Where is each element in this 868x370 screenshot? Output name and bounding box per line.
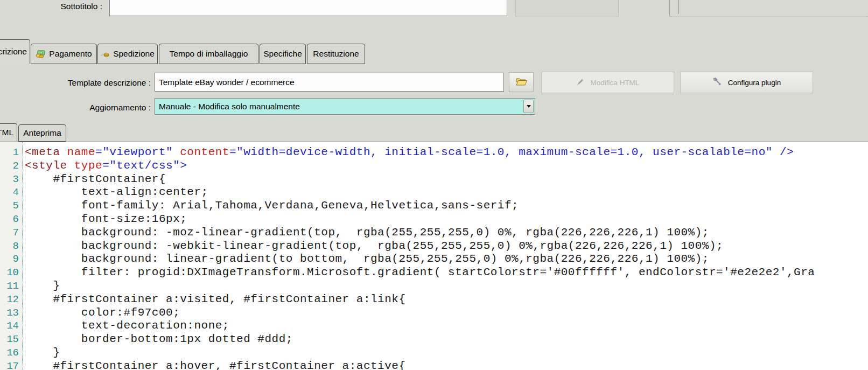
button-label: Modifica HTML <box>591 79 640 87</box>
subtitle-input[interactable] <box>109 0 507 16</box>
tab-label: Pagamento <box>49 49 92 59</box>
wrench-icon <box>712 78 722 88</box>
code-lines: <meta name="viewport" content="width=dev… <box>25 142 868 370</box>
tab-label: Spedizione <box>113 49 155 59</box>
tab-label: Tempo di imballaggio <box>170 49 248 59</box>
line-number: 17 <box>0 360 22 370</box>
money-icon <box>36 50 45 58</box>
combobox-dropdown-button[interactable] <box>523 100 534 113</box>
line-number: 5 <box>0 199 22 213</box>
code-line: #firstContainer a:visited, #firstContain… <box>25 293 868 306</box>
tab-label: TML <box>0 128 13 137</box>
secondary-field-disabled <box>515 0 619 17</box>
line-number: 13 <box>0 306 22 320</box>
line-number: 14 <box>0 319 22 333</box>
code-line: border-bottom:1px dotted #ddd; <box>25 333 868 346</box>
template-description-label: Template descrizione : <box>22 78 151 88</box>
gutter: 1234567891011121314151617 <box>0 142 23 370</box>
tab-label: Anteprima <box>23 128 61 138</box>
code-line: filter: progid:DXImageTransform.Microsof… <box>25 266 868 280</box>
tab-spedizione[interactable]: Spedizione <box>97 44 158 64</box>
line-number: 3 <box>0 173 22 186</box>
tab-specifiche[interactable]: Specifiche <box>260 44 306 64</box>
combobox-value: Manuale - Modifica solo manualmente <box>159 102 300 111</box>
line-number: 2 <box>0 159 22 173</box>
button-label: Configura plugin <box>728 79 781 87</box>
tab-restituzione[interactable]: Restituzione <box>307 44 365 64</box>
tab-label: Specifiche <box>263 49 302 59</box>
line-number: 8 <box>0 240 22 253</box>
tab-tempo-di-imballaggio[interactable]: Tempo di imballaggio <box>159 44 258 64</box>
line-number: 12 <box>0 293 22 306</box>
subtitle-label: Sottotitolo : <box>0 2 102 11</box>
line-number: 6 <box>0 213 22 226</box>
line-number: 11 <box>0 280 22 293</box>
tab-label: Restituzione <box>313 49 359 59</box>
pencil-icon <box>576 78 584 87</box>
line-number: 1 <box>0 146 22 159</box>
tab-label: crizione <box>0 47 27 57</box>
tab-anteprima[interactable]: Anteprima <box>18 124 66 142</box>
line-number: 16 <box>0 346 22 360</box>
code-line: } <box>25 280 868 293</box>
code-line: color:#f97c00; <box>25 306 868 320</box>
html-code-editor[interactable]: 1234567891011121314151617 <meta name="vi… <box>0 142 868 370</box>
tab-pagamento[interactable]: Pagamento <box>31 44 97 64</box>
site-selector-group: eBay Italia <box>669 0 868 17</box>
browse-template-button[interactable] <box>509 72 534 92</box>
code-line: <style type="text/css"> <box>25 159 868 173</box>
code-line: <meta name="viewport" content="width=dev… <box>25 146 868 159</box>
update-mode-combobox[interactable]: Manuale - Modifica solo manualmente <box>155 98 535 115</box>
line-number: 4 <box>0 186 22 199</box>
site-list[interactable]: eBay Italia <box>678 0 866 14</box>
code-line: } <box>25 346 868 360</box>
code-line: background: linear-gradient(to bottom, r… <box>25 253 868 266</box>
shipping-icon <box>101 51 109 58</box>
line-number: 9 <box>0 253 22 266</box>
code-line: font-family: Arial,Tahoma,Verdana,Geneva… <box>25 199 868 213</box>
line-number: 7 <box>0 226 22 240</box>
update-mode-label: Aggiornamento : <box>22 103 151 113</box>
tab-html[interactable]: TML <box>0 123 17 142</box>
configure-plugin-button[interactable]: Configura plugin <box>680 72 813 93</box>
template-description-input[interactable] <box>155 73 504 92</box>
dropdown-arrow-icon <box>527 105 531 108</box>
code-line: font-size:16px; <box>25 213 868 226</box>
code-line: text-decoration:none; <box>25 319 868 333</box>
code-line: background: -webkit-linear-gradient(top,… <box>25 240 868 253</box>
line-number: 10 <box>0 266 22 280</box>
code-line: background: -moz-linear-gradient(top, rg… <box>25 226 868 240</box>
line-number: 15 <box>0 333 22 346</box>
code-line: text-align:center; <box>25 186 868 199</box>
open-folder-icon <box>515 76 528 88</box>
edit-html-button[interactable]: Modifica HTML <box>541 72 674 93</box>
tab-descrizione[interactable]: crizione <box>0 39 30 64</box>
code-line: #firstContainer a:hover, #firstContainer… <box>25 360 868 370</box>
code-line: #firstContainer{ <box>25 173 868 186</box>
